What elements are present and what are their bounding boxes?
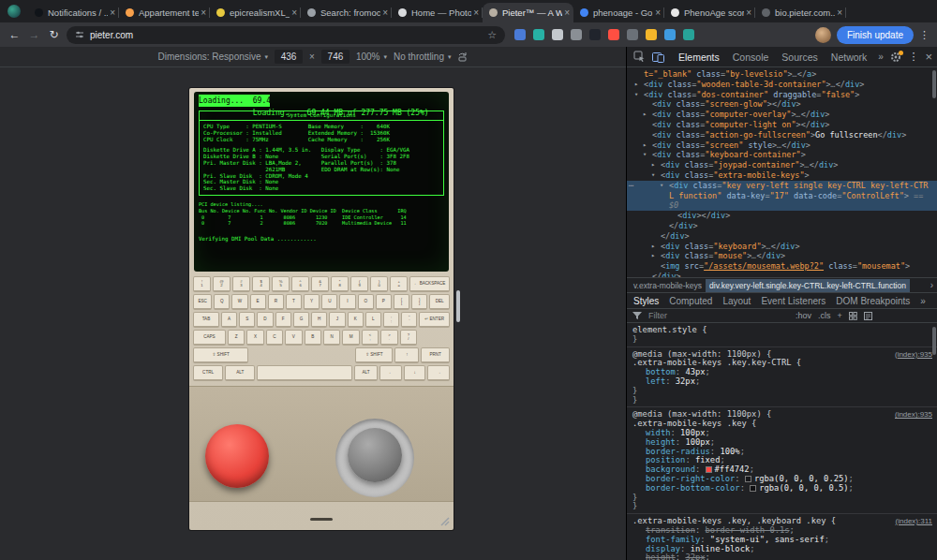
elements-scrollbar[interactable] bbox=[932, 70, 936, 98]
styles-tab-styles[interactable]: Styles bbox=[633, 296, 659, 306]
keyboard-key[interactable]: ^6 bbox=[291, 276, 309, 292]
breadcrumb-next-icon[interactable]: › bbox=[927, 278, 937, 292]
extension-icon[interactable] bbox=[683, 29, 694, 40]
devtools-tab-sources[interactable]: Sources bbox=[775, 47, 825, 67]
keyboard-key[interactable]: O bbox=[358, 294, 374, 310]
extension-icon[interactable] bbox=[533, 29, 544, 40]
keyboard-key[interactable]: ↵ ENTER bbox=[419, 312, 449, 328]
tree-node[interactable]: ▾<div class="dos-container" draggable="f… bbox=[627, 90, 937, 100]
back-icon[interactable]: ← bbox=[7, 28, 22, 41]
keyboard-key[interactable]: H bbox=[311, 312, 327, 328]
keyboard-key[interactable]: ALT bbox=[354, 365, 379, 381]
tree-expand-icon[interactable]: ▸ bbox=[651, 251, 655, 261]
browser-menu-icon[interactable]: ⋮ bbox=[919, 29, 930, 41]
keyboard-key[interactable]: D bbox=[257, 312, 273, 328]
styles-tab-layout[interactable]: Layout bbox=[722, 296, 751, 306]
keyboard-key[interactable]: T bbox=[286, 294, 302, 310]
tree-expand-icon[interactable]: ▸ bbox=[643, 110, 647, 120]
zoom-select[interactable]: 100% bbox=[356, 52, 380, 62]
browser-tab[interactable]: Pieter™ — A Wi...× bbox=[483, 3, 573, 22]
keyboard-key[interactable]: A bbox=[221, 312, 237, 328]
styles-scrollbar[interactable] bbox=[932, 327, 936, 355]
tab-close-icon[interactable]: × bbox=[564, 7, 570, 18]
tab-close-icon[interactable]: × bbox=[837, 7, 842, 18]
joystick-ball[interactable] bbox=[348, 428, 402, 482]
styles-filter-input[interactable] bbox=[648, 311, 789, 320]
keyboard-key[interactable]: TAB bbox=[193, 312, 219, 328]
keyboard-key[interactable]: B bbox=[305, 330, 321, 346]
grid-overlay-icon[interactable] bbox=[849, 312, 857, 320]
devtools-tab-elements[interactable]: Elements bbox=[672, 47, 726, 67]
keyboard-key[interactable]: ← bbox=[379, 365, 402, 381]
tree-collapse-icon[interactable]: ▾ bbox=[660, 181, 663, 191]
device-width-input[interactable]: 436 bbox=[275, 50, 303, 64]
forward-icon[interactable]: → bbox=[27, 28, 41, 41]
resize-corner-icon[interactable] bbox=[439, 515, 450, 526]
keyboard-key[interactable]: V bbox=[285, 330, 302, 346]
browser-tab[interactable]: epicrealismXL_...× bbox=[210, 3, 301, 22]
device-height-input[interactable]: 746 bbox=[321, 50, 350, 64]
keyboard-key[interactable]: ← BACKSPACE bbox=[409, 276, 450, 292]
css-property[interactable]: height: 32px; bbox=[632, 553, 931, 560]
stylesheet-link[interactable]: (index):935 bbox=[895, 350, 932, 360]
drag-handle[interactable] bbox=[310, 518, 333, 521]
browser-tab[interactable]: phenoage - Go...× bbox=[573, 3, 664, 22]
url-field[interactable]: pieter.com ☆ bbox=[67, 26, 505, 44]
browser-tab[interactable]: PhenoAge scor...× bbox=[664, 3, 755, 22]
stylesheet-link[interactable]: (index):311 bbox=[896, 517, 932, 526]
tree-node[interactable]: ▸<div class="mouse">…</div> bbox=[627, 251, 937, 261]
keyboard-key[interactable]: #3 bbox=[232, 276, 250, 292]
toggle-element-state-button[interactable]: :hov bbox=[796, 311, 811, 320]
styles-tab-event-listeners[interactable]: Event Listeners bbox=[761, 296, 825, 306]
color-swatch-icon[interactable] bbox=[750, 485, 756, 492]
devtools-tab-network[interactable]: Network bbox=[825, 47, 874, 67]
new-style-rule-button[interactable]: + bbox=[838, 311, 842, 320]
extension-icon[interactable] bbox=[646, 29, 657, 40]
keyboard-key[interactable]: ↑ bbox=[394, 347, 419, 363]
keyboard-key[interactable]: <, bbox=[362, 330, 379, 346]
tree-node[interactable]: <img src="/assets/mousemat.webp?2" class… bbox=[627, 261, 937, 272]
extension-icon[interactable] bbox=[627, 29, 638, 40]
tab-close-icon[interactable]: × bbox=[201, 7, 206, 18]
tab-close-icon[interactable]: × bbox=[382, 7, 388, 18]
breadcrumb-item[interactable]: div.key.very-left.single.key-CTRL.key-le… bbox=[706, 279, 910, 292]
settings-gear-icon[interactable] bbox=[890, 52, 901, 63]
keyboard-key[interactable]: S bbox=[239, 312, 255, 328]
keyboard-key[interactable]: CAPS bbox=[193, 330, 226, 346]
keyboard-key[interactable]: )0 bbox=[370, 276, 388, 292]
styles-tab-dom-breakpoints[interactable]: DOM Breakpoints bbox=[836, 296, 910, 306]
pinned-tab-favicon[interactable] bbox=[7, 5, 21, 18]
keyboard-key[interactable]: R bbox=[268, 294, 284, 310]
more-styles-tabs-icon[interactable]: » bbox=[920, 296, 926, 306]
keyboard-key[interactable]: X bbox=[246, 330, 263, 346]
keyboard-key[interactable]: Y bbox=[304, 294, 320, 310]
tab-close-icon[interactable]: × bbox=[291, 7, 297, 18]
keyboard-key[interactable]: PRNT bbox=[421, 347, 450, 363]
keyboard-key[interactable]: }] bbox=[411, 294, 427, 310]
viewport-scrollbar[interactable] bbox=[456, 290, 460, 322]
breadcrumb-item[interactable]: v.extra-mobile-keys bbox=[630, 279, 706, 292]
tab-close-icon[interactable]: × bbox=[473, 7, 479, 18]
keyboard-key[interactable]: ALT bbox=[225, 365, 255, 381]
keyboard-key[interactable]: C bbox=[266, 330, 283, 346]
keyboard-key[interactable]: ↓ bbox=[404, 365, 426, 381]
color-swatch-icon[interactable] bbox=[745, 476, 751, 482]
keyboard-key[interactable]: "' bbox=[401, 312, 417, 328]
tree-expand-icon[interactable]: ▸ bbox=[634, 80, 638, 90]
keyboard-key[interactable]: N bbox=[323, 330, 340, 346]
keyboard-key[interactable]: CTRL bbox=[193, 365, 223, 381]
tree-collapse-icon[interactable]: ▾ bbox=[651, 170, 655, 181]
keyboard-key[interactable]: Z bbox=[228, 330, 245, 346]
tab-close-icon[interactable]: × bbox=[655, 7, 661, 18]
keyboard-key[interactable]: M bbox=[342, 330, 359, 346]
site-info-icon[interactable] bbox=[75, 30, 84, 39]
keyboard-key[interactable]: >. bbox=[380, 330, 397, 346]
tree-node[interactable]: </div> bbox=[627, 221, 937, 231]
reload-icon[interactable]: ↻ bbox=[47, 28, 61, 41]
dimensions-select[interactable]: Dimensions: Responsive bbox=[158, 52, 261, 62]
close-icon[interactable]: × bbox=[925, 50, 932, 64]
browser-tab[interactable]: Appartement te ...× bbox=[119, 3, 210, 22]
keyboard-key[interactable]: → bbox=[427, 365, 450, 381]
keyboard-key[interactable]: (9 bbox=[350, 276, 368, 292]
keyboard-key[interactable]: L bbox=[365, 312, 381, 328]
